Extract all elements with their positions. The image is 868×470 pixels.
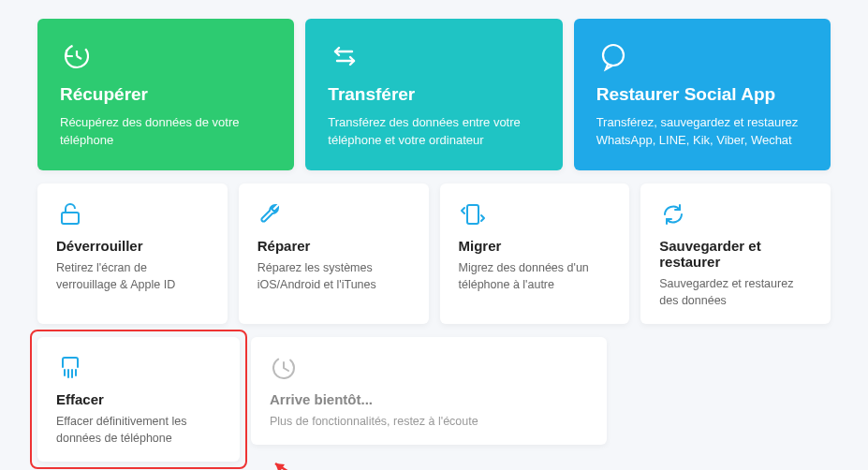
- card-title: Migrer: [459, 238, 611, 254]
- card-desc: Transférez des données entre votre télép…: [328, 114, 539, 150]
- svg-line-2: [77, 56, 81, 59]
- card-title: Déverrouiller: [56, 238, 209, 254]
- card-restore-social[interactable]: Restaurer Social App Transférez, sauvega…: [574, 19, 831, 170]
- card-migrate[interactable]: Migrer Migrez des données d'un téléphone…: [440, 184, 630, 324]
- highlight-box: Effacer Effacer définitivement les donné…: [30, 330, 247, 469]
- card-desc: Réparez les systèmes iOS/Android et l'iT…: [257, 259, 410, 293]
- card-desc: Plus de fonctionnalités, restez à l'écou…: [270, 413, 588, 430]
- card-backup-restore[interactable]: Sauvegarder et restaurer Sauvegardez et …: [640, 184, 831, 324]
- unlock-icon: [56, 200, 209, 232]
- transfer-icon: [328, 39, 539, 71]
- card-title: Transférer: [328, 84, 539, 105]
- card-title: Effacer: [56, 391, 221, 407]
- card-title: Arrive bientôt...: [270, 391, 588, 407]
- chat-icon: [596, 39, 808, 71]
- recover-icon: [60, 39, 272, 71]
- card-transfer[interactable]: Transférer Transférez des données entre …: [305, 19, 562, 170]
- card-desc: Transférez, sauvegardez et restaurez Wha…: [596, 114, 808, 150]
- card-desc: Retirez l'écran de verrouillage & Apple …: [56, 259, 209, 293]
- card-desc: Récupérez des données de votre téléphone: [60, 114, 272, 150]
- card-title: Récupérer: [60, 84, 272, 105]
- annotation-arrow-icon: [268, 458, 343, 470]
- refresh-icon: [659, 200, 812, 232]
- erase-icon: [56, 354, 221, 386]
- clock-icon: [270, 354, 588, 386]
- svg-point-5: [603, 45, 624, 66]
- card-recover[interactable]: Récupérer Récupérez des données de votre…: [37, 19, 294, 170]
- migrate-icon: [459, 200, 611, 232]
- card-desc: Migrez des données d'un téléphone à l'au…: [459, 259, 611, 293]
- card-desc: Sauvegardez et restaurez des données: [659, 275, 812, 309]
- card-title: Réparer: [257, 238, 410, 254]
- card-title: Sauvegarder et restaurer: [659, 238, 812, 270]
- wrench-icon: [257, 200, 410, 232]
- card-erase[interactable]: Effacer Effacer définitivement les donné…: [37, 337, 240, 462]
- card-repair[interactable]: Réparer Réparez les systèmes iOS/Android…: [239, 184, 429, 324]
- card-coming-soon: Arrive bientôt... Plus de fonctionnalité…: [251, 337, 607, 445]
- svg-rect-6: [62, 213, 79, 224]
- card-desc: Effacer définitivement les données de té…: [56, 413, 221, 447]
- card-unlock[interactable]: Déverrouiller Retirez l'écran de verroui…: [37, 184, 228, 324]
- card-title: Restaurer Social App: [596, 84, 808, 105]
- svg-rect-7: [467, 205, 478, 224]
